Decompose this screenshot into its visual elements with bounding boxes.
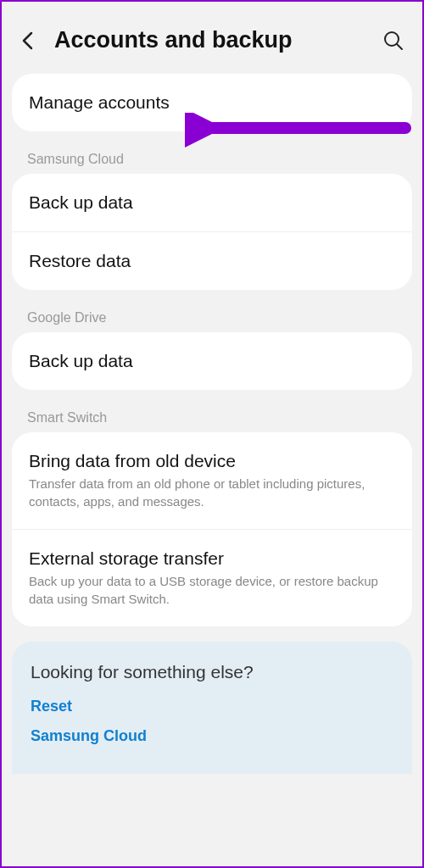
manage-accounts-card: Manage accounts: [12, 74, 412, 131]
footer-title: Looking for something else?: [31, 662, 393, 682]
external-storage-item[interactable]: External storage transfer Back up your d…: [12, 530, 412, 626]
manage-accounts-item[interactable]: Manage accounts: [12, 74, 412, 131]
item-label: Manage accounts: [29, 92, 395, 113]
item-label: Bring data from old device: [29, 451, 395, 471]
item-subtitle: Transfer data from an old phone or table…: [29, 475, 395, 510]
svg-line-1: [397, 44, 402, 49]
smart-switch-card: Bring data from old device Transfer data…: [12, 432, 412, 626]
samsung-cloud-link[interactable]: Samsung Cloud: [31, 727, 393, 745]
item-label: External storage transfer: [29, 548, 395, 569]
search-icon: [382, 30, 404, 52]
section-label-samsung-cloud: Samsung Cloud: [12, 140, 412, 174]
back-button[interactable]: [19, 31, 39, 51]
item-label: Back up data: [29, 351, 395, 371]
item-label: Back up data: [29, 192, 395, 213]
section-label-smart-switch: Smart Switch: [12, 398, 412, 432]
chevron-left-icon: [21, 31, 36, 50]
google-drive-card: Back up data: [12, 332, 412, 390]
footer-card: Looking for something else? Reset Samsun…: [12, 642, 412, 774]
reset-link[interactable]: Reset: [31, 698, 393, 715]
samsung-cloud-card: Back up data Restore data: [12, 174, 412, 290]
page-title: Accounts and backup: [54, 27, 382, 53]
section-label-google-drive: Google Drive: [12, 298, 412, 332]
backup-data-google-item[interactable]: Back up data: [12, 332, 412, 390]
search-button[interactable]: [382, 29, 405, 53]
item-label: Restore data: [29, 251, 395, 271]
page-header: Accounts and backup: [12, 14, 412, 74]
restore-data-item[interactable]: Restore data: [12, 232, 412, 290]
item-subtitle: Back up your data to a USB storage devic…: [29, 572, 395, 608]
backup-data-samsung-item[interactable]: Back up data: [12, 174, 412, 232]
bring-data-item[interactable]: Bring data from old device Transfer data…: [12, 432, 412, 530]
